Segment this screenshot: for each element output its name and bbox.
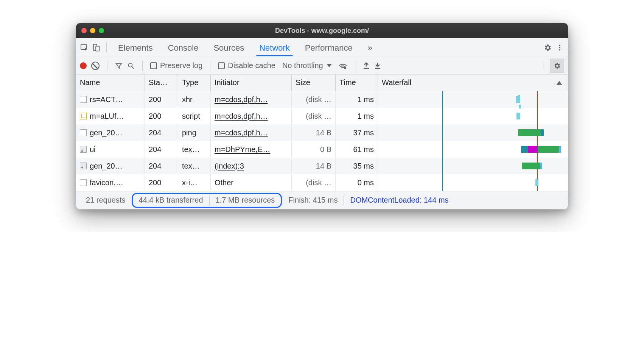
zoom-icon[interactable]: [99, 28, 104, 33]
cell-size: 0 B: [292, 141, 336, 158]
waterfall-bar: [518, 129, 541, 136]
col-type[interactable]: Type: [178, 74, 211, 91]
file-type-icon: [80, 129, 87, 136]
cell-name[interactable]: ui: [76, 141, 145, 158]
cell-initiator: m=cdos,dpf,h…: [211, 124, 292, 141]
window-controls: [81, 28, 104, 33]
record-button[interactable]: [80, 62, 87, 69]
cell-size: (disk …: [292, 91, 336, 108]
divider: [210, 61, 210, 71]
waterfall-bar: [528, 146, 538, 153]
col-waterfall[interactable]: Waterfall: [378, 74, 568, 91]
preserve-log-checkbox[interactable]: Preserve log: [150, 61, 202, 70]
initiator-link[interactable]: (index):3: [215, 162, 244, 170]
clear-button[interactable]: [91, 62, 100, 70]
svg-point-7: [344, 67, 346, 69]
status-resources: 1.7 MB resources: [210, 196, 281, 205]
initiator-link[interactable]: m=cdos,dpf,h…: [215, 95, 268, 104]
chevron-down-icon: [327, 64, 331, 67]
file-name: m=aLUf…: [90, 112, 124, 121]
waterfall-bar: [516, 96, 520, 103]
titlebar[interactable]: DevTools - www.google.com/: [76, 23, 568, 38]
waterfall-bar: [538, 146, 559, 153]
cell-initiator: m=cdos,dpf,h…: [211, 91, 292, 108]
table-row[interactable]: favicon.…200x-i…Other(disk …0 ms: [76, 174, 568, 191]
table-row[interactable]: gen_20…204pingm=cdos,dpf,h…14 B37 ms: [76, 124, 568, 141]
cell-type: tex…: [178, 141, 211, 158]
tab-sources[interactable]: Sources: [207, 39, 251, 56]
cell-waterfall: [378, 174, 568, 191]
file-type-icon: [80, 113, 87, 119]
waterfall-bar: [540, 163, 542, 169]
minimize-icon[interactable]: [90, 28, 95, 33]
cell-status: 200: [145, 174, 178, 191]
preserve-log-label: Preserve log: [160, 61, 202, 70]
tab-elements[interactable]: Elements: [111, 39, 160, 56]
cell-size: (disk …: [292, 174, 336, 191]
sort-asc-icon: [557, 81, 562, 85]
cell-name[interactable]: rs=ACT…: [76, 91, 145, 108]
cell-name[interactable]: gen_20…: [76, 124, 145, 141]
cell-time: 61 ms: [336, 141, 378, 158]
cell-status: 204: [145, 124, 178, 141]
divider: [142, 61, 143, 71]
file-type-icon: [80, 179, 87, 186]
device-toggle-icon[interactable]: [91, 42, 102, 53]
status-requests: 21 requests: [80, 196, 132, 205]
tab-performance[interactable]: Performance: [298, 39, 359, 56]
tab-network[interactable]: Network: [252, 39, 297, 56]
status-bar: 21 requests 44.4 kB transferred 1.7 MB r…: [76, 191, 568, 209]
cell-waterfall: [378, 158, 568, 174]
filter-icon[interactable]: [115, 62, 123, 70]
cell-status: 204: [145, 141, 178, 158]
initiator-link[interactable]: m=DhPYme,E…: [215, 145, 270, 154]
col-name[interactable]: Name: [76, 74, 145, 91]
waterfall-bar: [535, 179, 538, 186]
table-row[interactable]: gen_20…204tex…(index):314 B35 ms: [76, 158, 568, 174]
highlight-transferred-resources: 44.4 kB transferred 1.7 MB resources: [132, 193, 282, 208]
col-status[interactable]: Sta…: [145, 74, 178, 91]
initiator-link[interactable]: m=cdos,dpf,h…: [215, 129, 268, 137]
table-row[interactable]: m=aLUf…200scriptm=cdos,dpf,h…(disk …1 ms: [76, 108, 568, 124]
svg-point-3: [559, 45, 560, 46]
request-table: rs=ACT…200xhrm=cdos,dpf,h…(disk …1 msm=a…: [76, 91, 568, 191]
waterfall-bar: [559, 146, 561, 153]
divider: [355, 61, 355, 71]
divider: [106, 43, 107, 53]
initiator-text: Other: [215, 178, 233, 187]
cell-time: 0 ms: [336, 174, 378, 191]
cell-type: tex…: [178, 158, 211, 174]
import-har-icon[interactable]: [363, 62, 370, 70]
cell-size: 14 B: [292, 158, 336, 174]
svg-rect-2: [96, 46, 99, 51]
col-size[interactable]: Size: [292, 74, 336, 91]
waterfall-bar: [522, 163, 540, 169]
network-settings-icon[interactable]: [550, 59, 564, 73]
search-icon[interactable]: [127, 62, 135, 70]
col-time[interactable]: Time: [336, 74, 378, 91]
cell-status: 200: [145, 91, 178, 108]
network-conditions-icon[interactable]: [338, 62, 347, 70]
table-row[interactable]: rs=ACT…200xhrm=cdos,dpf,h…(disk …1 ms: [76, 91, 568, 108]
cell-name[interactable]: m=aLUf…: [76, 108, 145, 124]
file-name: gen_20…: [90, 162, 123, 170]
initiator-link[interactable]: m=cdos,dpf,h…: [215, 112, 268, 121]
inspect-icon[interactable]: [79, 42, 90, 53]
status-transferred: 44.4 kB transferred: [133, 196, 209, 205]
table-row[interactable]: ui204tex…m=DhPYme,E…0 B61 ms: [76, 141, 568, 158]
status-finish: Finish: 415 ms: [282, 196, 344, 205]
svg-point-6: [128, 63, 132, 67]
export-har-icon[interactable]: [374, 62, 381, 70]
cell-name[interactable]: favicon.…: [76, 174, 145, 191]
tab-overflow[interactable]: »: [361, 39, 379, 56]
close-icon[interactable]: [81, 28, 87, 33]
kebab-icon[interactable]: [554, 42, 565, 53]
disable-cache-checkbox[interactable]: Disable cache: [218, 61, 275, 70]
cell-waterfall: [378, 108, 568, 124]
status-domcontentloaded: DOMContentLoaded: 144 ms: [344, 196, 454, 205]
cell-name[interactable]: gen_20…: [76, 158, 145, 174]
col-initiator[interactable]: Initiator: [211, 74, 292, 91]
tab-console[interactable]: Console: [161, 39, 205, 56]
settings-icon[interactable]: [542, 42, 553, 53]
throttling-select[interactable]: No throttling: [280, 60, 334, 71]
